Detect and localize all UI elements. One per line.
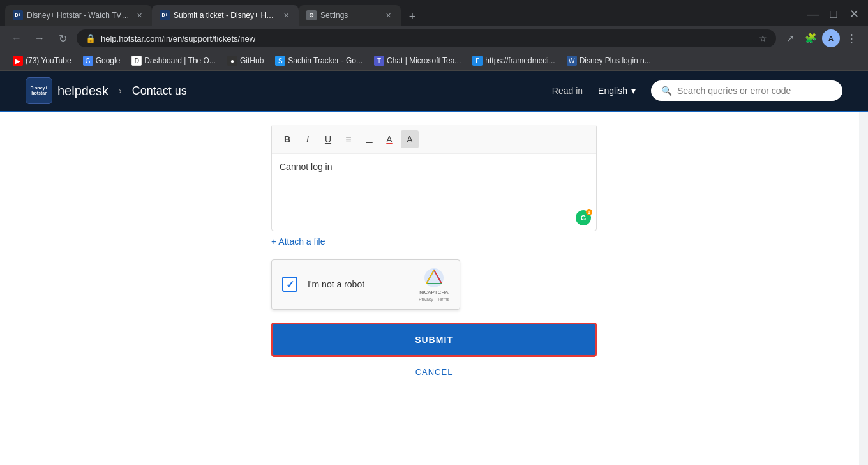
- language-dropdown-arrow-icon: ▾: [631, 86, 636, 96]
- address-bar-actions: ↗ 🧩 A ⋮: [781, 29, 860, 47]
- grammarly-letter: G: [581, 214, 587, 222]
- address-bar: ← → ↻ 🔒 help.hotstar.com/in/en/support/t…: [0, 26, 868, 51]
- terms-link[interactable]: Terms: [437, 297, 449, 301]
- read-in-label: Read in: [552, 86, 583, 96]
- bookmark-teams-label: Chat | Microsoft Tea...: [387, 56, 461, 65]
- rich-text-editor: B I U ≡ ≣ A A Cannot log in G 1: [271, 125, 597, 231]
- captcha-box[interactable]: ✓ I'm not a robot reCAPTCHA Privacy - Te…: [271, 259, 460, 310]
- numbered-list-button[interactable]: ≣: [360, 130, 378, 148]
- bookmark-sachin-label: Sachin Tracker - Go...: [288, 56, 363, 65]
- maximize-button[interactable]: □: [825, 5, 842, 23]
- close-window-button[interactable]: ✕: [845, 5, 863, 23]
- back-button[interactable]: ←: [8, 29, 26, 47]
- bullet-list-button[interactable]: ≡: [340, 130, 357, 148]
- profiles-button[interactable]: A: [822, 29, 840, 47]
- submit-wrapper: SUBMIT: [271, 323, 597, 357]
- bookmark-youtube-label: (73) YouTube: [26, 56, 71, 65]
- lock-icon: 🔒: [86, 34, 96, 43]
- helpdesk-label: helpdesk: [57, 84, 108, 98]
- editor-body[interactable]: Cannot log in G 1: [272, 154, 596, 231]
- tab-overflow-controls: — □ ✕: [804, 5, 863, 26]
- captcha-wrapper: ✓ I'm not a robot reCAPTCHA Privacy - Te…: [271, 259, 597, 310]
- url-text: help.hotstar.com/in/en/support/tickets/n…: [101, 34, 754, 43]
- bookmark-word[interactable]: W Disney Plus login n...: [562, 54, 656, 68]
- font-color-button[interactable]: A: [380, 130, 398, 148]
- contact-us-label: Contact us: [132, 84, 187, 98]
- tab-close-1[interactable]: ✕: [134, 10, 144, 20]
- scrollbar-thumb[interactable]: [860, 137, 867, 188]
- bold-button[interactable]: B: [278, 130, 296, 148]
- github-bookmark-icon: ●: [227, 56, 237, 66]
- recaptcha-links: Privacy - Terms: [419, 297, 449, 301]
- google-bookmark-icon: G: [83, 56, 93, 66]
- italic-button[interactable]: I: [299, 130, 317, 148]
- tab-title-2: Submit a ticket - Disney+ Hotsta...: [174, 11, 277, 20]
- new-tab-button[interactable]: +: [403, 8, 421, 26]
- tab-favicon-disney1: D+: [13, 10, 23, 20]
- tab-submit-ticket[interactable]: D+ Submit a ticket - Disney+ Hotsta... ✕: [152, 5, 299, 26]
- bookmark-framed[interactable]: F https://framedmedi...: [467, 54, 560, 68]
- submit-button[interactable]: SUBMIT: [271, 323, 597, 357]
- tab-close-3[interactable]: ✕: [383, 10, 393, 20]
- logo-area[interactable]: Disney+hotstar helpdesk: [26, 77, 108, 104]
- bookmark-youtube[interactable]: ▶ (73) YouTube: [8, 54, 77, 68]
- browser-chrome: D+ Disney+ Hotstar - Watch TV Sho... ✕ D…: [0, 0, 868, 71]
- bookmark-teams[interactable]: T Chat | Microsoft Tea...: [369, 54, 466, 68]
- highlight-button[interactable]: A: [401, 130, 419, 148]
- editor-toolbar: B I U ≡ ≣ A A: [272, 125, 596, 154]
- grammarly-icon: G 1: [576, 210, 591, 225]
- tab-disney-watch[interactable]: D+ Disney+ Hotstar - Watch TV Sho... ✕: [5, 5, 152, 26]
- language-label: English: [598, 86, 627, 96]
- recaptcha-logo-icon: [424, 268, 444, 288]
- youtube-bookmark-icon: ▶: [13, 56, 23, 66]
- bookmark-github[interactable]: ● GitHub: [222, 54, 269, 68]
- recaptcha-brand-label: reCAPTCHA: [419, 289, 448, 296]
- bookmark-dashboard-label: Dashboard | The O...: [144, 56, 216, 65]
- page-wrapper: B I U ≡ ≣ A A Cannot log in G 1 + Attach…: [0, 112, 868, 465]
- search-box: 🔍: [651, 80, 842, 101]
- grammarly-circle: G 1: [576, 210, 591, 225]
- bookmarks-bar: ▶ (73) YouTube G Google D Dashboard | Th…: [0, 51, 868, 71]
- sachin-bookmark-icon: S: [275, 56, 285, 66]
- bookmark-dashboard[interactable]: D Dashboard | The O...: [126, 54, 221, 68]
- bookmark-word-label: Disney Plus login n...: [580, 56, 651, 65]
- logo-image: Disney+hotstar: [26, 77, 52, 104]
- search-icon: 🔍: [661, 86, 672, 96]
- tab-close-2[interactable]: ✕: [281, 10, 291, 20]
- forward-button[interactable]: →: [31, 29, 49, 47]
- main-content: B I U ≡ ≣ A A Cannot log in G 1 + Attach…: [147, 112, 721, 395]
- captcha-label: I'm not a robot: [308, 279, 408, 289]
- teams-bookmark-icon: T: [374, 56, 384, 66]
- captcha-checkbox[interactable]: ✓: [282, 277, 297, 292]
- url-bar[interactable]: 🔒 help.hotstar.com/in/en/support/tickets…: [77, 29, 776, 47]
- recaptcha-logo-area: reCAPTCHA Privacy - Terms: [419, 268, 449, 301]
- word-bookmark-icon: W: [567, 56, 577, 66]
- tab-title-3: Settings: [320, 11, 379, 20]
- search-input[interactable]: [677, 86, 832, 96]
- attach-file-button[interactable]: + Attach a file: [271, 236, 597, 247]
- bookmark-star-icon[interactable]: ☆: [759, 33, 767, 43]
- bookmark-sachin[interactable]: S Sachin Tracker - Go...: [270, 54, 368, 68]
- bookmark-google[interactable]: G Google: [78, 54, 126, 68]
- bookmark-github-label: GitHub: [240, 56, 264, 65]
- grammarly-badge: 1: [586, 209, 592, 215]
- privacy-link[interactable]: Privacy: [419, 297, 433, 301]
- editor-content: Cannot log in: [280, 162, 333, 172]
- dashboard-bookmark-icon: D: [131, 56, 142, 66]
- more-options-button[interactable]: ⋮: [842, 29, 860, 47]
- bookmark-google-label: Google: [96, 56, 121, 65]
- underline-button[interactable]: U: [319, 130, 337, 148]
- bookmark-framed-label: https://framedmedi...: [485, 56, 555, 65]
- framed-bookmark-icon: F: [472, 56, 483, 66]
- tab-bar: D+ Disney+ Hotstar - Watch TV Sho... ✕ D…: [0, 0, 868, 26]
- captcha-checkmark-icon: ✓: [286, 278, 294, 291]
- extensions-button[interactable]: 🧩: [802, 29, 819, 47]
- tab-favicon-settings: ⚙: [306, 10, 317, 20]
- reload-button[interactable]: ↻: [54, 29, 71, 47]
- language-selector[interactable]: English ▾: [593, 83, 641, 98]
- share-button[interactable]: ↗: [781, 29, 799, 47]
- minimize-button[interactable]: —: [804, 5, 822, 23]
- cancel-link[interactable]: CANCEL: [271, 367, 597, 377]
- tab-settings[interactable]: ⚙ Settings ✕: [299, 5, 401, 26]
- breadcrumb-arrow-icon: ›: [119, 86, 122, 96]
